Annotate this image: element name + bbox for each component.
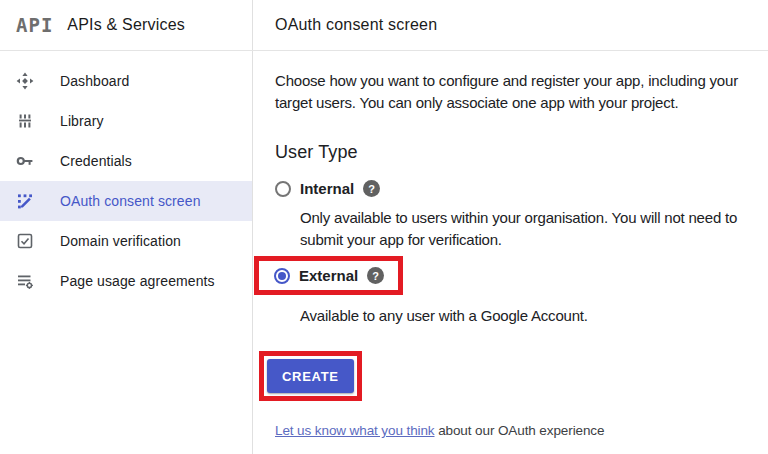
feedback-link[interactable]: Let us know what you think <box>275 423 435 438</box>
apis-services-console: API APIs & Services OAuth consent screen <box>0 0 768 454</box>
sidebar-item-label: Library <box>60 113 104 129</box>
help-icon[interactable]: ? <box>363 180 380 197</box>
sidebar-item-domain-verification[interactable]: Domain verification <box>0 221 252 261</box>
dashboard-icon <box>16 72 34 90</box>
feedback-line: Let us know what you think about our OAu… <box>275 423 768 438</box>
sidebar-item-library[interactable]: Library <box>0 101 252 141</box>
header-product-area: API APIs & Services <box>0 0 253 50</box>
sidebar-item-label: Domain verification <box>60 233 181 249</box>
library-icon <box>16 112 34 130</box>
sidebar-item-label: Dashboard <box>60 73 129 89</box>
help-icon[interactable]: ? <box>367 267 384 284</box>
radio-option-external[interactable]: External ? <box>274 267 384 284</box>
create-button[interactable]: CREATE <box>267 359 354 393</box>
checkbox-icon <box>16 232 34 250</box>
radio-internal[interactable] <box>275 181 291 197</box>
sidebar-item-label: Credentials <box>60 153 132 169</box>
radio-external[interactable] <box>274 268 290 284</box>
consent-screen-icon <box>16 192 34 210</box>
top-header: API APIs & Services OAuth consent screen <box>0 0 768 51</box>
external-option-highlight: External ? <box>254 256 403 295</box>
key-icon <box>16 152 34 170</box>
api-logo: API <box>16 14 53 36</box>
intro-text: Choose how you want to configure and reg… <box>275 70 768 114</box>
list-gear-icon <box>16 272 34 290</box>
feedback-rest: about our OAuth experience <box>435 423 605 438</box>
sidebar-item-dashboard[interactable]: Dashboard <box>0 61 252 101</box>
sidebar-item-page-usage-agreements[interactable]: Page usage agreements <box>0 261 252 301</box>
page-title: OAuth consent screen <box>275 16 437 34</box>
radio-option-internal[interactable]: Internal ? <box>275 180 768 197</box>
sidebar-item-oauth-consent-screen[interactable]: OAuth consent screen <box>0 181 252 221</box>
sidebar: Dashboard Library <box>0 51 253 454</box>
sidebar-item-credentials[interactable]: Credentials <box>0 141 252 181</box>
sidebar-item-label: OAuth consent screen <box>60 193 201 209</box>
header-page-area: OAuth consent screen <box>253 0 768 50</box>
radio-internal-label: Internal <box>300 180 354 197</box>
create-button-highlight: CREATE <box>259 351 362 401</box>
sidebar-item-label: Page usage agreements <box>60 273 215 289</box>
main-content: Choose how you want to configure and reg… <box>253 51 768 454</box>
user-type-heading: User Type <box>275 142 768 163</box>
external-description: Available to any user with a Google Acco… <box>300 305 768 327</box>
internal-description: Only available to users within your orga… <box>300 207 768 251</box>
product-name[interactable]: APIs & Services <box>67 16 185 34</box>
radio-external-label: External <box>299 267 358 284</box>
